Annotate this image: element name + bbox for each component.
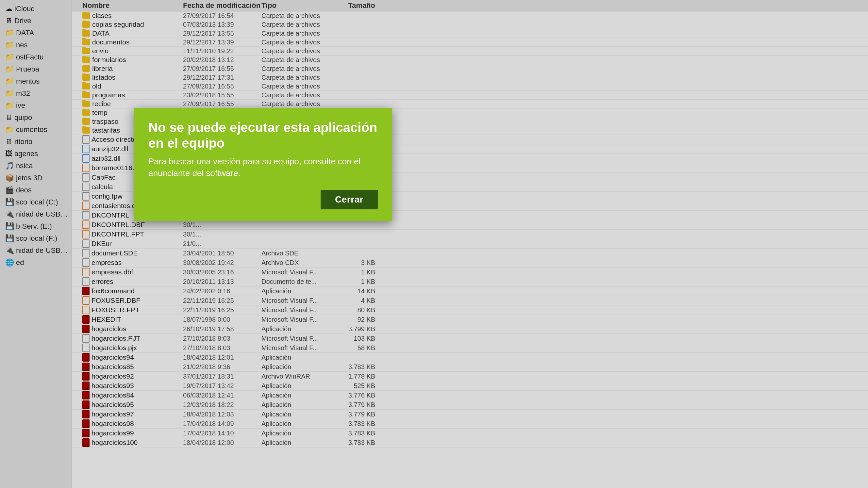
dialog-title: No se puede ejecutar esta aplicación en … — [148, 120, 378, 151]
dialog: No se puede ejecutar esta aplicación en … — [134, 108, 392, 221]
dialog-overlay: No se puede ejecutar esta aplicación en … — [0, 0, 868, 488]
close-button[interactable]: Cerrar — [320, 190, 378, 209]
dialog-message: Para buscar una versión para su equipo, … — [148, 156, 378, 179]
dialog-footer: Cerrar — [148, 190, 378, 209]
